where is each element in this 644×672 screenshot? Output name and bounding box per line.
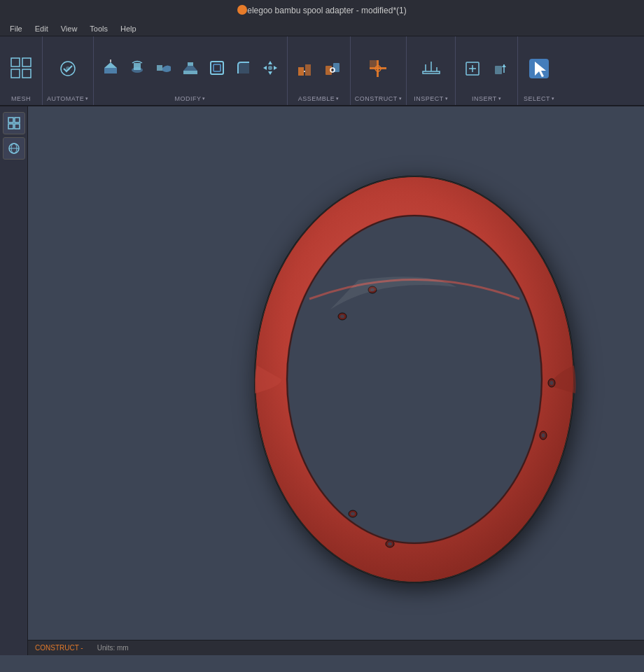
svg-point-5 (66, 66, 70, 71)
svg-point-68 (388, 542, 392, 546)
content-area: CONSTRUCT - Units: mm (0, 106, 644, 655)
svg-rect-13 (183, 71, 197, 74)
svg-rect-34 (423, 71, 440, 74)
sidebar-browser-button[interactable] (3, 112, 25, 134)
toolbar: MESH AUTOMATE ▾ (0, 36, 644, 106)
ring-svg (218, 169, 610, 589)
sidebar-view-button[interactable] (3, 137, 25, 160)
statusbar: CONSTRUCT - Units: mm (28, 640, 644, 655)
svg-rect-14 (188, 62, 193, 66)
insert-label[interactable]: INSERT ▾ (472, 94, 501, 105)
automate-label[interactable]: AUTOMATE ▾ (47, 94, 89, 105)
assemble-btn2[interactable] (320, 55, 345, 83)
svg-marker-15 (183, 66, 197, 71)
svg-rect-32 (370, 60, 377, 67)
assemble-label[interactable]: ASSEMBLE ▾ (298, 94, 340, 105)
modify-revolve-button[interactable] (125, 55, 150, 83)
toolbar-group-select: SELECT ▾ (518, 36, 560, 105)
svg-rect-6 (104, 68, 117, 74)
svg-marker-43 (502, 64, 506, 67)
menu-tools[interactable]: Tools (84, 23, 113, 34)
inspect-label[interactable]: INSPECT ▾ (414, 94, 448, 105)
svg-rect-41 (495, 66, 502, 74)
svg-rect-18 (238, 62, 249, 74)
assemble-btn1[interactable] (292, 55, 317, 83)
svg-rect-46 (8, 118, 13, 122)
ring-container (218, 169, 610, 592)
modify-shell-button[interactable] (204, 55, 230, 83)
menu-file[interactable]: File (4, 23, 28, 34)
svg-rect-49 (15, 124, 20, 129)
svg-point-62 (550, 381, 554, 385)
insert-btn1[interactable] (460, 55, 485, 83)
viewport[interactable]: CONSTRUCT - Units: mm (28, 106, 644, 655)
svg-rect-48 (8, 124, 13, 129)
menu-edit[interactable]: Edit (29, 23, 54, 34)
svg-point-66 (351, 512, 355, 516)
svg-marker-21 (263, 66, 267, 70)
toolbar-group-modify: MODIFY ▾ (94, 36, 288, 105)
mesh-label: MESH (11, 94, 31, 105)
toolbar-group-mesh: MESH (0, 36, 43, 105)
toolbar-group-construct: CONSTRUCT ▾ (351, 36, 407, 105)
svg-marker-20 (268, 71, 272, 75)
window-title: elegoo bambu spool adapter - modified*(1… (247, 6, 406, 15)
construct-label[interactable]: CONSTRUCT ▾ (355, 94, 402, 105)
svg-rect-16 (211, 62, 223, 74)
modify-extrude-button[interactable] (98, 55, 123, 83)
toolbar-group-insert: INSERT ▾ (456, 36, 518, 105)
select-button[interactable] (524, 48, 554, 90)
modify-fillet-button[interactable] (231, 55, 256, 83)
svg-point-64 (542, 433, 545, 438)
svg-rect-1 (22, 58, 31, 66)
svg-rect-24 (298, 67, 304, 76)
svg-rect-31 (377, 60, 379, 77)
automate-button[interactable] (52, 48, 83, 90)
title-icon (237, 5, 247, 17)
svg-rect-17 (214, 64, 220, 71)
select-label[interactable]: SELECT ▾ (524, 94, 555, 105)
toolbar-group-automate: AUTOMATE ▾ (43, 36, 94, 105)
titlebar: elegoo bambu spool adapter - modified*(1… (0, 0, 644, 21)
svg-marker-19 (268, 61, 272, 64)
svg-rect-25 (305, 64, 311, 76)
inspect-button[interactable] (416, 48, 447, 90)
construct-button[interactable] (363, 48, 393, 90)
left-sidebar (0, 106, 28, 655)
insert-btn2[interactable] (488, 55, 513, 83)
svg-rect-3 (22, 69, 31, 78)
svg-rect-12 (157, 65, 162, 71)
modify-move-button[interactable] (258, 55, 283, 83)
svg-rect-11 (134, 63, 141, 70)
svg-rect-2 (11, 69, 20, 78)
menubar: File Edit View Tools Help (0, 21, 644, 36)
svg-marker-22 (274, 66, 277, 70)
menu-view[interactable]: View (55, 23, 83, 34)
toolbar-inner: MESH AUTOMATE ▾ (0, 36, 644, 105)
svg-rect-0 (11, 58, 20, 66)
menu-help[interactable]: Help (115, 23, 142, 34)
status-units: Units: mm (97, 644, 129, 652)
svg-rect-47 (15, 118, 20, 122)
mesh-grid-button[interactable] (6, 47, 36, 89)
modify-label[interactable]: MODIFY ▾ (174, 94, 206, 105)
toolbar-group-inspect: INSPECT ▾ (407, 36, 456, 105)
modify-loft-button[interactable] (178, 55, 203, 83)
status-construct: CONSTRUCT - (35, 644, 83, 652)
svg-point-23 (268, 66, 272, 70)
svg-point-54 (287, 216, 542, 543)
toolbar-group-assemble: ASSEMBLE ▾ (288, 36, 351, 105)
svg-point-58 (340, 315, 344, 318)
modify-sweep-button[interactable] (151, 55, 176, 83)
svg-marker-7 (104, 62, 117, 68)
